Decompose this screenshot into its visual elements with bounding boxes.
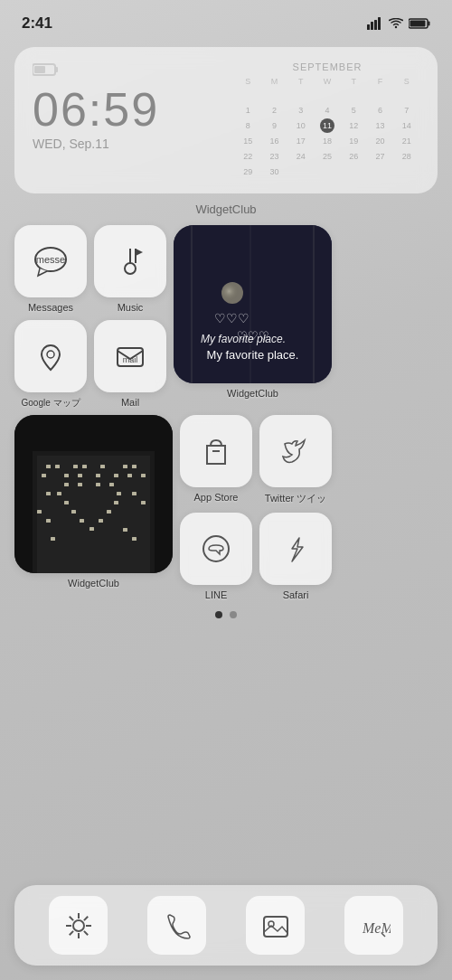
calendar-day: 19 bbox=[346, 134, 361, 148]
page-dot-1 bbox=[215, 611, 222, 618]
calendar-day: 23 bbox=[267, 149, 281, 164]
svg-rect-45 bbox=[96, 483, 100, 486]
wifi-icon bbox=[389, 18, 403, 29]
calendar-day: 1 bbox=[240, 103, 255, 118]
dock-item-settings[interactable] bbox=[49, 896, 108, 955]
app-safari[interactable]: Safari bbox=[259, 513, 332, 600]
svg-rect-34 bbox=[123, 465, 127, 468]
svg-rect-57 bbox=[132, 492, 137, 495]
svg-rect-48 bbox=[117, 492, 121, 495]
widgetclub-large-icon-1: ♡♡♡ My favorite place. bbox=[174, 225, 332, 383]
app-row-2: WidgetClub App Store bbox=[14, 415, 438, 600]
svg-rect-37 bbox=[64, 474, 69, 477]
googlemaps-label: Google マップ bbox=[21, 397, 80, 410]
svg-text:MeMo: MeMo bbox=[362, 920, 391, 936]
page-dot-2 bbox=[230, 611, 237, 618]
svg-rect-2 bbox=[374, 20, 377, 30]
calendar-grid: SMTWTFS123456789101112131415161718192021… bbox=[235, 76, 419, 179]
status-icons bbox=[367, 17, 430, 30]
svg-rect-60 bbox=[46, 519, 51, 523]
svg-text:mail: mail bbox=[123, 355, 138, 364]
svg-rect-0 bbox=[367, 24, 370, 30]
svg-rect-31 bbox=[73, 465, 78, 468]
clock-section: 06:59 WED, Sep.11 bbox=[33, 61, 217, 179]
calendar-day: 16 bbox=[267, 134, 281, 148]
app-music[interactable]: Music bbox=[94, 225, 166, 313]
phone-icon bbox=[147, 896, 206, 955]
safari-icon bbox=[259, 513, 332, 585]
svg-rect-1 bbox=[371, 22, 373, 30]
calendar-day: 26 bbox=[346, 149, 361, 164]
svg-rect-30 bbox=[55, 465, 60, 468]
battery-icon bbox=[409, 18, 430, 29]
app-messages[interactable]: messe Messages bbox=[14, 225, 87, 313]
svg-rect-42 bbox=[141, 474, 146, 477]
clock-calendar-widget: 06:59 WED, Sep.11 SEPTEMBER SMTWTFS12345… bbox=[14, 47, 438, 193]
calendar-header: S bbox=[235, 76, 260, 87]
svg-rect-41 bbox=[127, 474, 132, 477]
svg-rect-3 bbox=[378, 17, 381, 30]
calendar-day: 21 bbox=[400, 134, 414, 148]
calendar-day: 4 bbox=[320, 103, 334, 118]
svg-rect-32 bbox=[82, 465, 87, 468]
twitter-icon bbox=[259, 415, 332, 487]
calendar-header: W bbox=[315, 76, 340, 87]
app-line[interactable]: LINE bbox=[180, 513, 252, 600]
svg-rect-50 bbox=[114, 501, 118, 504]
dock-item-memo[interactable]: MeMo bbox=[344, 896, 403, 955]
app-pair-4: LINE Safari bbox=[180, 513, 332, 600]
page-dots bbox=[14, 611, 438, 618]
app-googlemaps[interactable]: Google マップ bbox=[14, 320, 87, 410]
svg-text:♡♡♡: ♡♡♡ bbox=[214, 311, 250, 325]
calendar-day: 8 bbox=[240, 118, 255, 133]
signal-icon bbox=[367, 17, 383, 30]
calendar-day: 7 bbox=[400, 103, 414, 118]
status-bar: 2:41 bbox=[0, 0, 452, 40]
svg-rect-51 bbox=[71, 510, 76, 514]
svg-rect-56 bbox=[46, 492, 51, 495]
calendar-day: 2 bbox=[267, 103, 281, 118]
widgetclub-section-label: WidgetClub bbox=[14, 203, 438, 216]
svg-rect-54 bbox=[99, 519, 103, 523]
app-pair-3: App Store Twitter ツイッ bbox=[180, 415, 332, 505]
svg-line-72 bbox=[83, 930, 87, 934]
svg-point-15 bbox=[47, 351, 54, 358]
status-time: 2:41 bbox=[22, 14, 52, 33]
svg-rect-55 bbox=[89, 527, 94, 531]
app-pair-1: messe Messages bbox=[14, 225, 166, 313]
app-twitter[interactable]: Twitter ツイッ bbox=[259, 415, 332, 505]
widgetclub-large-icon-2 bbox=[14, 415, 173, 573]
svg-rect-28 bbox=[37, 456, 150, 573]
calendar-day: 25 bbox=[320, 149, 334, 164]
svg-point-65 bbox=[203, 536, 229, 561]
app-mail[interactable]: mail Mail bbox=[94, 320, 166, 410]
dock-item-phone[interactable] bbox=[147, 896, 206, 955]
app-widgetclub-large-2[interactable]: WidgetClub bbox=[14, 415, 173, 600]
appstore-label: App Store bbox=[194, 492, 239, 503]
app-appstore[interactable]: App Store bbox=[180, 415, 252, 505]
calendar-header: S bbox=[394, 76, 419, 87]
home-content: 06:59 WED, Sep.11 SEPTEMBER SMTWTFS12345… bbox=[0, 40, 452, 618]
widgetclub-large-1-label: WidgetClub bbox=[227, 388, 278, 399]
app-pair-2: Google マップ mail Mail bbox=[14, 320, 166, 410]
battery-widget-icon bbox=[33, 61, 217, 80]
music-label: Music bbox=[118, 302, 144, 313]
music-icon bbox=[94, 225, 166, 297]
calendar-day: 13 bbox=[373, 118, 388, 133]
memo-icon: MeMo bbox=[344, 896, 403, 955]
dock-item-photos[interactable] bbox=[246, 896, 305, 955]
calendar-day bbox=[346, 88, 361, 102]
calendar-day: 14 bbox=[400, 118, 414, 133]
svg-rect-43 bbox=[64, 483, 69, 486]
mail-icon: mail bbox=[94, 320, 166, 392]
svg-rect-36 bbox=[42, 474, 46, 477]
calendar-day: 28 bbox=[400, 149, 414, 164]
calendar-day: 27 bbox=[373, 149, 388, 164]
line-label: LINE bbox=[205, 589, 227, 600]
calendar-day bbox=[294, 165, 308, 179]
safari-label: Safari bbox=[283, 589, 309, 600]
svg-rect-53 bbox=[80, 519, 84, 523]
app-widgetclub-large-1[interactable]: ♡♡♡ My favorite place. WidgetClub bbox=[174, 225, 332, 410]
svg-rect-18 bbox=[174, 225, 332, 383]
mail-label: Mail bbox=[121, 397, 139, 408]
